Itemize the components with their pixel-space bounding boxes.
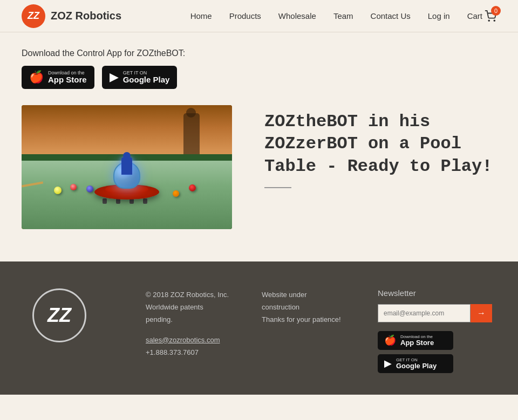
footer-phone: +1.888.373.7607 bbox=[146, 346, 229, 359]
store-badges: 🍎 Download on the App Store ▶ GET IT ON … bbox=[22, 66, 496, 89]
footer-website-line1: Website under construction bbox=[262, 288, 345, 314]
footer-patents: Worldwide patents pending. bbox=[146, 301, 229, 326]
footer-apple-icon: 🍎 bbox=[384, 334, 396, 346]
product-section: ZOZtheBOT in his ZOZzerBOT on a Pool Tab… bbox=[22, 105, 496, 229]
footer-website-line2: Thanks for your patience! bbox=[262, 313, 345, 326]
newsletter-title: Newsletter bbox=[378, 288, 486, 298]
footer-inner: ZZ © 2018 ZOZ Robotics, Inc. Worldwide p… bbox=[32, 288, 486, 374]
footer-copyright: © 2018 ZOZ Robotics, Inc. bbox=[146, 288, 229, 301]
nav-team[interactable]: Team bbox=[333, 11, 353, 20]
svg-point-1 bbox=[494, 20, 495, 21]
footer-logo-col: ZZ bbox=[32, 288, 113, 342]
cart-count: 0 bbox=[491, 6, 501, 16]
footer-google-play-label-large: Google Play bbox=[396, 362, 437, 370]
product-title: ZOZtheBOT in his ZOZzerBOT on a Pool Tab… bbox=[264, 111, 496, 178]
footer-info-col: © 2018 ZOZ Robotics, Inc. Worldwide pate… bbox=[146, 288, 229, 359]
email-link[interactable]: sales@zozrobotics.com bbox=[146, 336, 220, 344]
footer-website-col: Website under construction Thanks for yo… bbox=[262, 288, 345, 326]
google-play-icon: ▶ bbox=[110, 70, 119, 84]
footer-app-store-badge[interactable]: 🍎 Download on the App Store bbox=[378, 331, 453, 350]
svg-point-0 bbox=[488, 20, 489, 21]
footer-app-store-label-large: App Store bbox=[400, 339, 434, 347]
google-play-label-small: GET IT ON bbox=[123, 70, 170, 75]
footer-google-play-label-small: GET IT ON bbox=[396, 357, 437, 362]
product-divider bbox=[264, 187, 291, 188]
footer-newsletter-col: Newsletter → 🍎 Download on the App Store… bbox=[378, 288, 486, 374]
footer-google-play-badge[interactable]: ▶ GET IT ON Google Play bbox=[378, 354, 453, 373]
nav-home[interactable]: Home bbox=[190, 11, 212, 20]
cart-link[interactable]: Cart bbox=[467, 11, 482, 20]
app-store-label-large: App Store bbox=[48, 75, 87, 85]
cart-button[interactable]: Cart 0 bbox=[467, 10, 496, 22]
logo-icon: ZZ bbox=[22, 4, 45, 28]
product-info: ZOZtheBOT in his ZOZzerBOT on a Pool Tab… bbox=[264, 105, 496, 189]
nav-contact[interactable]: Contact Us bbox=[371, 11, 411, 20]
robot-figure bbox=[121, 157, 132, 175]
main-nav: Home Products Wholesale Team Contact Us … bbox=[190, 10, 496, 22]
footer-logo: ZZ bbox=[32, 288, 86, 342]
product-image bbox=[22, 105, 232, 229]
nav-wholesale[interactable]: Wholesale bbox=[278, 11, 316, 20]
footer-google-play-icon: ▶ bbox=[384, 357, 392, 369]
ufo-dome bbox=[113, 162, 140, 189]
footer-store-badges: 🍎 Download on the App Store ▶ GET IT ON … bbox=[378, 331, 486, 374]
header: ZZ ZOZ Robotics Home Products Wholesale … bbox=[0, 0, 518, 32]
robot-head bbox=[123, 152, 131, 160]
nav-products[interactable]: Products bbox=[229, 11, 261, 20]
app-store-label-small: Download on the bbox=[48, 70, 87, 75]
app-store-badge[interactable]: 🍎 Download on the App Store bbox=[22, 66, 94, 89]
apple-icon: 🍎 bbox=[29, 70, 44, 84]
download-title: Download the Control App for ZOZtheBOT: bbox=[22, 49, 496, 58]
newsletter-submit-button[interactable]: → bbox=[471, 304, 492, 322]
footer-email: sales@zozrobotics.com bbox=[146, 334, 229, 346]
nav-login[interactable]: Log in bbox=[428, 11, 450, 20]
footer-app-store-label-small: Download on the bbox=[400, 334, 434, 339]
google-play-label-large: Google Play bbox=[123, 75, 170, 85]
main-content: Download the Control App for ZOZtheBOT: … bbox=[0, 32, 518, 261]
robot-scene bbox=[22, 105, 232, 229]
brand-name: ZOZ Robotics bbox=[51, 10, 121, 22]
download-section: Download the Control App for ZOZtheBOT: … bbox=[22, 49, 496, 89]
google-play-badge[interactable]: ▶ GET IT ON Google Play bbox=[102, 66, 178, 89]
logo[interactable]: ZZ ZOZ Robotics bbox=[22, 4, 121, 28]
footer: ZZ © 2018 ZOZ Robotics, Inc. Worldwide p… bbox=[0, 261, 518, 395]
newsletter-form: → bbox=[378, 304, 486, 322]
newsletter-email-input[interactable] bbox=[378, 304, 471, 322]
robot-body bbox=[94, 162, 159, 199]
